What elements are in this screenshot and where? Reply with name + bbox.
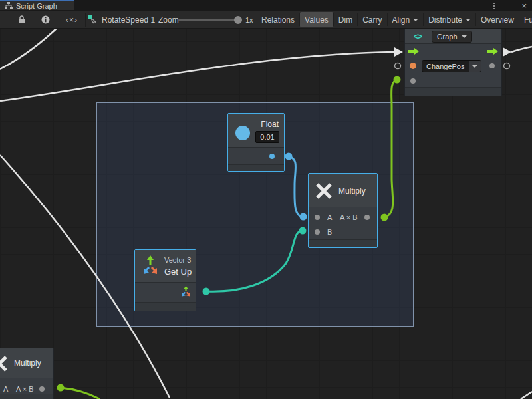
maximize-icon[interactable]	[505, 3, 511, 9]
node-subtitle: Vector 3	[164, 256, 191, 264]
node-title: Multiply	[338, 186, 366, 196]
code-icon: ‹×›	[66, 15, 78, 25]
graph-dropdown-label: Graph	[437, 33, 458, 41]
info-button[interactable]	[35, 11, 56, 28]
zoom-slider-handle[interactable]	[234, 16, 242, 24]
multiply-icon	[315, 182, 332, 200]
node-multiply-2[interactable]: Multiply A A × B	[0, 348, 54, 399]
port-b[interactable]	[315, 229, 320, 235]
flow-input-arrow-icon[interactable]	[408, 47, 419, 55]
graph-mini-icon	[88, 15, 97, 24]
zoom-slider[interactable]	[178, 19, 237, 21]
tab-title: Script Graph	[16, 2, 57, 10]
distribute-dropdown-button[interactable]: Distribute	[424, 11, 475, 28]
changepos-dropdown[interactable]: ChangePos	[422, 60, 481, 72]
tab-bar: Script Graph ×	[0, 0, 532, 11]
node-footer	[405, 87, 501, 96]
lock-button[interactable]	[11, 11, 32, 28]
float-value-input[interactable]: 0.01	[255, 131, 279, 143]
node-footer	[309, 239, 377, 247]
value-input-port[interactable]	[410, 63, 416, 69]
node-title: Float	[261, 120, 279, 129]
full-screen-button[interactable]: Full Screen	[519, 11, 532, 28]
info-icon	[41, 15, 50, 24]
relations-button[interactable]: Relations	[257, 11, 299, 28]
window-controls: ×	[493, 0, 527, 11]
align-dropdown-button[interactable]: Align	[388, 11, 424, 28]
value-input-port-2[interactable]	[410, 78, 416, 84]
chevron-down-icon	[462, 35, 467, 38]
port-out[interactable]	[364, 215, 370, 220]
value-output-port[interactable]	[489, 63, 495, 68]
node-graph[interactable]: <> Graph ChangePos	[404, 29, 502, 96]
port-b-label: B	[327, 228, 332, 236]
graph-dropdown[interactable]: Graph	[432, 31, 472, 43]
node-vector3-get-up[interactable]: Vector 3 Get Up	[134, 249, 196, 311]
menu-dots-icon[interactable]	[493, 3, 495, 9]
float-icon	[235, 126, 250, 140]
node-multiply[interactable]: Multiply A A × B B	[308, 173, 378, 248]
changepos-dropdown-label: ChangePos	[422, 61, 469, 72]
zoom-value: 1x	[245, 11, 253, 28]
inspect-code-button[interactable]: ‹×›	[59, 11, 85, 28]
node-footer	[135, 302, 196, 311]
close-icon[interactable]: ×	[521, 1, 527, 10]
float-value: 0.01	[260, 133, 274, 141]
node-footer	[228, 164, 284, 171]
port-a-label: A	[327, 213, 332, 221]
node-float[interactable]: Float 0.01	[227, 113, 285, 172]
chevron-down-icon	[469, 61, 481, 72]
vector3-icon	[141, 255, 160, 277]
node-footer	[0, 394, 53, 399]
carry-button[interactable]: Carry	[358, 11, 386, 28]
graph-breadcrumb[interactable]: RotateSpeed 1	[88, 11, 155, 28]
port-out[interactable]	[39, 386, 45, 392]
zoom-label: Zoom	[158, 11, 179, 28]
tab-script-graph[interactable]: Script Graph	[0, 0, 74, 10]
chevron-down-icon	[413, 19, 418, 21]
toolbar: ‹×› RotateSpeed 1 Zoom 1x Relations Valu…	[0, 11, 532, 29]
graph-icon: <>	[414, 32, 422, 41]
chevron-down-icon	[466, 19, 471, 21]
node-title: Multiply	[14, 358, 41, 368]
port-a-label: A	[3, 385, 8, 393]
float-output-port[interactable]	[269, 154, 275, 159]
multiply-icon	[0, 355, 8, 372]
port-out-label: A × B	[340, 213, 358, 221]
lock-icon	[18, 15, 25, 24]
toolbar-buttons: Relations Values Dim Carry Align Distrib…	[257, 11, 532, 28]
script-graph-icon	[5, 2, 13, 9]
dim-button[interactable]: Dim	[334, 11, 357, 28]
overview-button[interactable]: Overview	[476, 11, 519, 28]
values-button[interactable]: Values	[300, 12, 333, 27]
node-title: Get Up	[164, 267, 192, 277]
vector3-output-port-icon[interactable]	[181, 286, 191, 297]
port-a[interactable]	[315, 215, 320, 220]
graph-name-label: RotateSpeed 1	[102, 15, 155, 25]
flow-output-arrow-icon[interactable]	[487, 47, 498, 55]
script-graph-window: <> Graph ChangePos Float 0.01	[0, 0, 532, 399]
port-out-label: A × B	[16, 385, 34, 393]
